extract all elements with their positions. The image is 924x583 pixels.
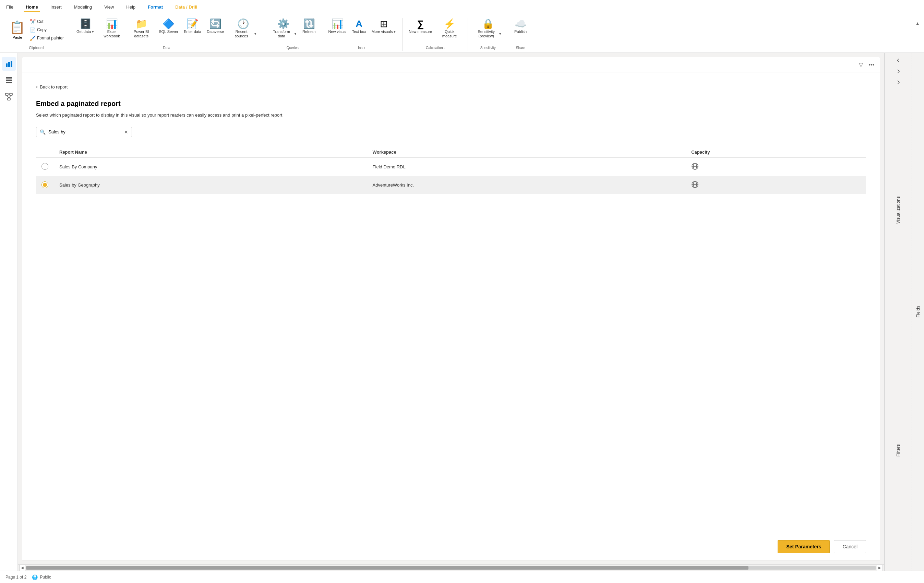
sensitivity-label: Sensitivity (preview)	[474, 30, 498, 38]
row2-capacity	[686, 176, 866, 194]
back-label: Back to report	[40, 84, 68, 89]
sidebar-item-data[interactable]	[2, 73, 16, 87]
table-row[interactable]: Sales By Company Field Demo RDL	[36, 157, 866, 176]
sensitivity-button[interactable]: 🔒 Sensitivity (preview) ▼	[472, 18, 504, 40]
power-bi-datasets-button[interactable]: 📁 Power BI datasets	[127, 18, 155, 40]
menu-format[interactable]: Format	[146, 3, 165, 12]
filters-tab[interactable]: Filters	[894, 440, 903, 461]
sql-server-button[interactable]: 🔷 SQL Server	[157, 18, 180, 35]
menu-home[interactable]: Home	[24, 3, 40, 12]
collapse-ribbon-button[interactable]: ▲	[914, 19, 921, 27]
new-visual-button[interactable]: 📊 New visual	[327, 18, 349, 35]
recent-sources-dropdown-icon: ▼	[254, 32, 257, 36]
row1-radio[interactable]	[41, 163, 48, 170]
ribbon-group-sensitivity: 🔒 Sensitivity (preview) ▼ Sensitivity	[468, 18, 508, 51]
more-visuals-label: More visuals	[372, 30, 393, 34]
transform-dropdown-icon: ▼	[294, 32, 297, 36]
cut-button[interactable]: ✂️ Cut	[28, 18, 66, 25]
quick-measure-label: Quick measure	[437, 30, 462, 38]
menu-modeling[interactable]: Modeling	[72, 3, 94, 12]
visualizations-panel: Visualizations	[884, 90, 912, 330]
new-measure-button[interactable]: ∑ New measure	[407, 18, 434, 35]
sidebar-item-report[interactable]	[2, 57, 16, 71]
menu-view[interactable]: View	[102, 3, 116, 12]
new-visual-icon: 📊	[332, 19, 343, 29]
quick-measure-button[interactable]: ⚡ Quick measure	[436, 18, 464, 40]
recent-sources-button[interactable]: 🕐 Recent sources ▼	[227, 18, 259, 40]
fields-panel: Fields	[912, 53, 924, 571]
ribbon-group-calculations: ∑ New measure ⚡ Quick measure Calculatio…	[403, 18, 468, 51]
row2-report-name: Sales by Geography	[54, 176, 367, 194]
scroll-thumb	[26, 566, 749, 570]
enter-data-label: Enter data	[184, 30, 201, 34]
nav-left-arrow-btn[interactable]	[893, 56, 903, 65]
panel-nav-area	[884, 53, 912, 90]
filters-panel: Filters	[884, 330, 912, 571]
publish-icon: ☁️	[515, 19, 526, 29]
dataverse-label: Dataverse	[207, 30, 224, 34]
table-row[interactable]: Sales by Geography AdventureWorks Inc.	[36, 176, 866, 194]
recent-sources-icon: 🕐	[237, 19, 249, 29]
search-icon: 🔍	[40, 129, 46, 135]
paste-button[interactable]: 📋 Paste	[7, 18, 28, 42]
col-workspace: Workspace	[367, 147, 686, 158]
menu-insert[interactable]: Insert	[48, 3, 64, 12]
set-parameters-button[interactable]: Set Parameters	[777, 540, 830, 553]
scroll-track[interactable]	[26, 566, 876, 570]
more-visuals-button[interactable]: ⊞ More visuals ▼	[370, 18, 398, 35]
svg-rect-8	[8, 98, 10, 100]
transform-data-button[interactable]: ⚙️ Transform data ▼	[267, 18, 299, 40]
clear-search-icon[interactable]: ✕	[124, 129, 128, 135]
more-options-icon[interactable]: •••	[867, 60, 876, 69]
main-layout: ▽ ••• ‹ Back to report Embed a paginated…	[0, 53, 924, 571]
text-box-label: Text box	[352, 30, 366, 34]
menu-bar: File Home Insert Modeling View Help Form…	[0, 0, 924, 15]
format-painter-button[interactable]: 🖌️ Format painter	[28, 34, 66, 42]
nav-right-top-arrow-btn[interactable]	[893, 66, 903, 76]
dataverse-icon: 🔄	[210, 19, 221, 29]
enter-data-icon: 📝	[186, 19, 198, 29]
share-group-label: Share	[512, 45, 529, 51]
sidebar-item-model[interactable]	[2, 90, 16, 104]
dataverse-button[interactable]: 🔄 Dataverse	[205, 18, 226, 35]
filter-icon[interactable]: ▽	[858, 60, 865, 69]
insert-group-label: Insert	[327, 45, 398, 51]
row1-capacity	[686, 157, 866, 176]
copy-button[interactable]: 📄 Copy	[28, 26, 66, 34]
col-capacity: Capacity	[686, 147, 866, 158]
canvas-area: ▽ ••• ‹ Back to report Embed a paginated…	[18, 53, 884, 571]
publish-button[interactable]: ☁️ Publish	[512, 18, 529, 35]
back-separator	[71, 83, 71, 90]
get-data-dropdown-icon: ▼	[91, 30, 94, 34]
cancel-button[interactable]: Cancel	[834, 540, 866, 553]
queries-group-label: Queries	[267, 45, 317, 51]
data-group-label: Data	[74, 45, 259, 51]
menu-help[interactable]: Help	[124, 3, 137, 12]
text-box-button[interactable]: A Text box	[350, 18, 368, 35]
paste-label: Paste	[12, 35, 22, 40]
excel-workbook-button[interactable]: 📊 Excel workbook	[98, 18, 126, 40]
svg-rect-7	[10, 93, 12, 95]
powerbi-datasets-icon: 📁	[135, 19, 147, 29]
format-painter-icon: 🖌️	[30, 35, 36, 41]
paste-icon: 📋	[10, 20, 25, 35]
fields-tab[interactable]: Fields	[914, 301, 922, 322]
row2-select-cell	[36, 176, 54, 194]
enter-data-button[interactable]: 📝 Enter data	[182, 18, 203, 35]
report-table: Report Name Workspace Capacity Sales By …	[36, 147, 866, 194]
col-report-name: Report Name	[54, 147, 367, 158]
scroll-left-arrow[interactable]: ◀	[19, 565, 25, 571]
ribbon-group-clipboard: 📋 Paste ✂️ Cut 📄 Copy 🖌️	[3, 18, 70, 51]
sensitivity-icon: 🔒	[482, 19, 494, 29]
menu-file[interactable]: File	[4, 3, 15, 12]
back-to-report-link[interactable]: ‹ Back to report	[36, 83, 73, 90]
ribbon-group-queries: ⚙️ Transform data ▼ 🔃 Refresh Queries	[263, 18, 322, 51]
get-data-button[interactable]: 🗄️ Get data ▼	[74, 18, 96, 35]
menu-datadrill[interactable]: Data / Drill	[173, 3, 199, 12]
search-input[interactable]	[48, 129, 121, 134]
nav-right-bottom-arrow-btn[interactable]	[893, 78, 903, 87]
scroll-right-arrow[interactable]: ▶	[877, 565, 883, 571]
refresh-button[interactable]: 🔃 Refresh	[300, 18, 318, 35]
visualizations-tab[interactable]: Visualizations	[894, 192, 903, 228]
row2-radio[interactable]	[41, 182, 48, 188]
